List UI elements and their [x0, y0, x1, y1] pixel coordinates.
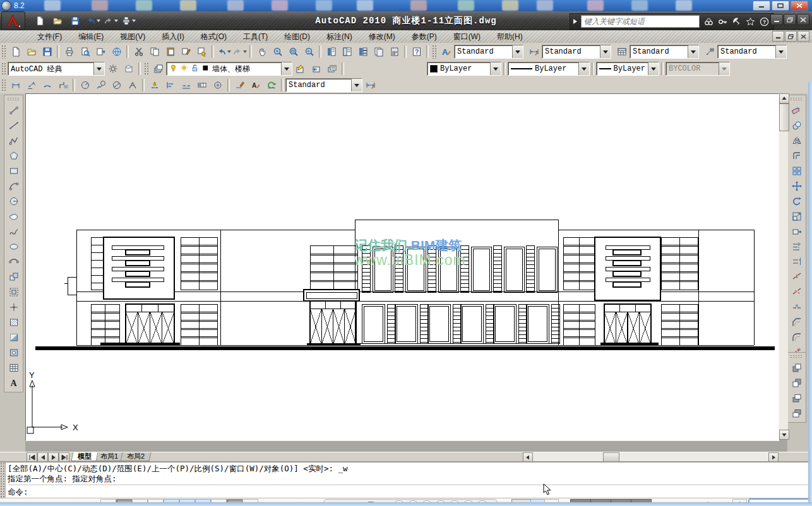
menu-modify[interactable]: 修改(M) [361, 30, 403, 44]
open-button[interactable] [23, 44, 39, 59]
quickcalc-button[interactable] [386, 44, 402, 59]
continue-button[interactable] [178, 78, 194, 93]
multiline-text-button[interactable]: A [5, 375, 22, 391]
join-button[interactable] [788, 300, 805, 315]
star-button[interactable] [743, 15, 757, 28]
point-button[interactable] [5, 300, 22, 315]
search-expand-icon[interactable] [573, 16, 579, 27]
chamfer-button[interactable] [788, 315, 805, 330]
tab-next-button[interactable] [48, 452, 59, 462]
center-mark-button[interactable] [210, 78, 225, 93]
horizontal-scrollbar[interactable] [523, 452, 779, 461]
command-prompt[interactable]: 命令: [8, 485, 809, 497]
arc-length-button[interactable] [39, 78, 55, 93]
linetype-combo[interactable]: ByLayer [508, 62, 590, 76]
offset-button[interactable] [788, 148, 805, 163]
mirror-button[interactable] [788, 133, 805, 148]
help-button[interactable]: ? [409, 44, 424, 59]
sheetset-manager-button[interactable] [371, 44, 386, 59]
lineweight-combo[interactable]: ByLayer [596, 62, 659, 76]
document-restore-button[interactable] [785, 31, 797, 42]
cut-button[interactable] [131, 44, 146, 59]
swatch-icon[interactable] [201, 64, 210, 74]
multileader-style-combo-arrow-icon[interactable] [775, 45, 786, 58]
menu-insert[interactable]: 插入(I) [153, 30, 192, 44]
lineweight-combo-arrow-icon[interactable] [648, 62, 659, 75]
workspace-combo-arrow-icon[interactable] [93, 62, 104, 75]
diameter-button[interactable] [109, 78, 124, 93]
key-button[interactable] [715, 15, 729, 28]
undo-dropdown-icon[interactable] [97, 20, 100, 22]
plot-preview-button[interactable] [77, 44, 93, 59]
extend-button[interactable] [788, 254, 805, 269]
publish-button[interactable] [93, 44, 109, 59]
zoom-window-button[interactable] [285, 44, 301, 59]
table-style-button[interactable] [614, 44, 630, 59]
hatch-button[interactable] [5, 315, 22, 330]
dimension-style-combo-arrow-icon[interactable] [600, 45, 611, 58]
dimension-update-button[interactable] [263, 78, 279, 93]
multileader-style-combo[interactable]: Standard [717, 45, 787, 59]
zoom-realtime-button[interactable] [270, 44, 285, 59]
construction-line-button[interactable] [5, 118, 22, 133]
vertical-scroll-thumb[interactable] [779, 103, 789, 131]
zoom-previous-button[interactable] [301, 44, 317, 59]
dimension-style-combo-arrow-icon[interactable] [351, 79, 362, 91]
move-button[interactable] [788, 179, 805, 194]
menu-help[interactable]: 帮助(H) [489, 30, 531, 44]
properties-button[interactable] [323, 44, 339, 59]
document-close-button[interactable] [797, 31, 809, 42]
scroll-down-button[interactable] [779, 430, 789, 440]
layer-properties-button[interactable] [150, 61, 166, 76]
designcenter-button[interactable] [339, 44, 355, 59]
baseline-button[interactable] [162, 78, 178, 93]
save-button[interactable] [39, 44, 55, 59]
qat-plot-button[interactable] [120, 13, 136, 28]
arc-button[interactable] [5, 179, 22, 194]
linear-button[interactable] [8, 78, 23, 93]
toolbar-grip[interactable] [1, 45, 6, 59]
ellipse-arc-button[interactable] [5, 254, 22, 269]
ordinate-button[interactable]: 90 [55, 78, 71, 93]
dimension-style-button[interactable] [526, 44, 542, 59]
plotstyle-combo-arrow-icon[interactable] [719, 62, 729, 75]
text-style-button[interactable]: A [438, 44, 454, 59]
lock-icon[interactable] [191, 64, 199, 74]
tab-layout2[interactable]: 布局2 [121, 452, 152, 461]
toolbar-grip[interactable] [1, 79, 6, 92]
menu-format[interactable]: 格式(O) [193, 30, 235, 44]
workspace-settings-button[interactable] [105, 61, 121, 76]
rotate-button[interactable] [788, 194, 805, 209]
command-line[interactable]: [全部(A)/中心(C)/动态(D)/范围(E)/上一个(P)/比例(S)/窗口… [0, 461, 812, 499]
menu-file[interactable]: 文件(F) [29, 30, 70, 44]
dimension-text-edit-button[interactable]: A [248, 78, 263, 93]
copy-button[interactable] [146, 44, 162, 59]
qat-new-button[interactable] [32, 13, 48, 28]
send-under-objects-button[interactable] [788, 406, 805, 421]
tab-model[interactable]: 模型 [71, 452, 99, 461]
toolbar-grip[interactable] [7, 97, 20, 101]
document-minimize-button[interactable] [772, 31, 784, 42]
toolbar-grip[interactable] [1, 62, 6, 76]
tab-last-button[interactable] [59, 452, 69, 462]
make-object-layer-current-button[interactable] [292, 61, 308, 76]
jogged-button[interactable] [93, 78, 109, 93]
break-button[interactable] [788, 285, 805, 300]
match-properties-button[interactable] [178, 44, 194, 59]
redo-dropdown-icon[interactable] [114, 20, 118, 22]
command-window-grip[interactable] [0, 462, 6, 499]
plot-dropdown-icon[interactable] [132, 20, 136, 22]
sun-icon[interactable] [180, 64, 188, 74]
qat-save-button[interactable] [67, 13, 83, 28]
color-combo[interactable]: ByLayer [427, 62, 501, 76]
copy-object-button[interactable] [788, 118, 805, 133]
drawing-area[interactable]: 记住我们.BIM建筑 www.uiBIM.com YX [25, 93, 779, 441]
menu-window[interactable]: 窗口(W) [445, 30, 489, 44]
quick-select-button[interactable] [194, 44, 210, 59]
dimension-style-combo[interactable]: Standard [542, 45, 611, 59]
text-style-combo[interactable]: Standard [454, 45, 523, 59]
aligned-button[interactable] [23, 78, 39, 93]
break-at-point-button[interactable] [788, 269, 805, 285]
table-button[interactable] [5, 360, 22, 375]
search-input[interactable] [581, 15, 700, 28]
